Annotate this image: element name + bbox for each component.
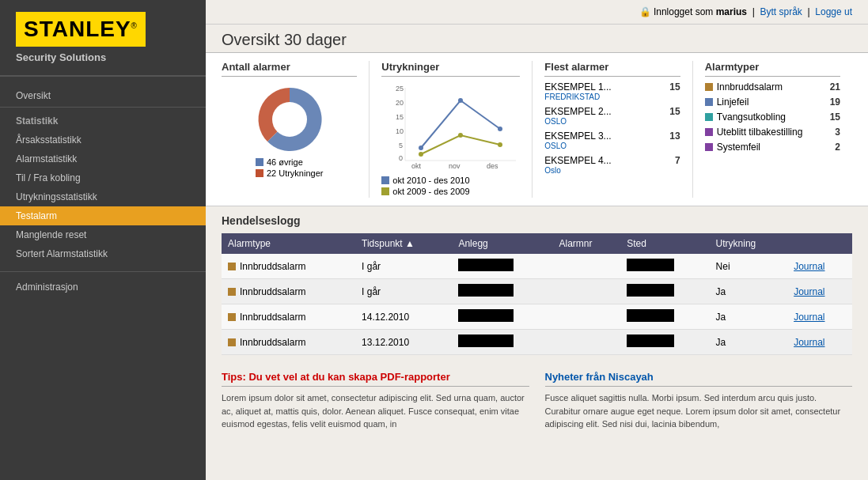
alarm-name-1: EKSEMPEL 1... FREDRIKSTAD <box>544 81 611 101</box>
sidebar-item-testalarm[interactable]: Testalarm <box>0 206 206 225</box>
alarmtype-item-5: Systemfeil 2 <box>705 142 840 153</box>
alarm-loc-3: OSLO <box>544 142 611 150</box>
tips-panel: Tips: Du vet vel at du kan skapa PDF-rap… <box>222 371 529 431</box>
sidebar-item-tilkobling[interactable]: Til / Fra kobling <box>0 168 206 187</box>
row1-alarmtype: Innbruddsalarm <box>222 254 355 279</box>
row3-journal-link[interactable]: Journal <box>794 312 824 323</box>
sidebar-item-oversikt[interactable]: Oversikt <box>0 85 206 107</box>
event-table-header-row: Alarmtype Tidspunkt ▲ Anlegg Alarmnr Ste… <box>222 233 852 254</box>
row3-sted <box>620 304 709 330</box>
row4-journal: Journal <box>787 330 852 355</box>
sidebar-item-manglende[interactable]: Manglende reset <box>0 225 206 244</box>
switch-lang-link[interactable]: Bytt språk <box>760 6 802 17</box>
table-row: Innbruddsalarm I går Ja Journal <box>222 279 852 304</box>
nyheter-title: Nyheter från Niscayah <box>545 371 853 387</box>
logout-link[interactable]: Logge ut <box>815 6 852 17</box>
line-chart: 25 20 15 10 5 0 okt nov des <box>381 81 520 168</box>
alarmtype-item-3: Tvangsutkobling 15 <box>705 111 840 123</box>
alarmtype-count-2: 19 <box>830 96 840 108</box>
col-journal <box>787 233 852 254</box>
alarm-loc-2: OSLO <box>544 117 611 126</box>
col-tidspunkt[interactable]: Tidspunkt ▲ <box>355 233 452 254</box>
row2-utrykning: Ja <box>710 279 788 304</box>
svg-point-16 <box>458 133 463 138</box>
row3-sted-block <box>627 309 674 322</box>
sidebar-item-sortert[interactable]: Sortert Alarmstatistikk <box>0 244 206 263</box>
alarmtype-label-2: Linjefeil <box>717 96 749 108</box>
svg-text:nov: nov <box>449 162 461 168</box>
row3-utrykning: Ja <box>710 304 788 330</box>
alarmtype-item-2: Linjefeil 19 <box>705 96 840 108</box>
alarm-loc-4: Oslo <box>544 166 611 175</box>
main-content: 🔒 Innlogget som marius | Bytt språk | Lo… <box>206 0 868 480</box>
alarmtype-dot-3 <box>705 113 713 121</box>
event-table-body: Innbruddsalarm I går Nei Journal Innbrud… <box>222 254 852 355</box>
col-alarmnr[interactable]: Alarmnr <box>553 233 621 254</box>
row4-type-dot <box>228 338 236 346</box>
alarmtype-label-4: Uteblitt tilbakestilling <box>717 127 803 138</box>
legend-item-utrykninger: 22 Utrykninger <box>256 168 324 178</box>
utrykninger-title: Utrykninger <box>381 61 520 77</box>
sidebar-item-alarm[interactable]: Alarmstatistikk <box>0 149 206 168</box>
alarmtype-dot-5 <box>705 143 713 151</box>
alarmtype-item-1: Innbruddsalarm 21 <box>705 81 840 93</box>
row2-alarmnr <box>553 279 621 304</box>
svg-text:15: 15 <box>396 113 404 121</box>
col-sted[interactable]: Sted <box>620 233 709 254</box>
tips-title: Tips: Du vet vel at du kan skapa PDF-rap… <box>222 371 529 387</box>
legend-item-2009: okt 2009 - des 2009 <box>381 187 520 196</box>
row4-type-label: Innbruddsalarm <box>240 337 305 348</box>
row3-alarmtype: Innbruddsalarm <box>222 304 355 330</box>
alarmtype-label-3: Tvangsutkobling <box>717 111 786 123</box>
donut-chart <box>246 81 333 153</box>
legend-item-2010: okt 2010 - des 2010 <box>381 176 520 185</box>
row3-type-dot <box>228 313 236 321</box>
event-table-header: Alarmtype Tidspunkt ▲ Anlegg Alarmnr Ste… <box>222 233 852 254</box>
sidebar-item-utryknings[interactable]: Utrykningsstatistikk <box>0 187 206 206</box>
alarmtype-count-4: 3 <box>835 127 840 138</box>
svg-point-12 <box>419 146 423 150</box>
row1-anlegg-block <box>458 259 514 271</box>
row4-anlegg <box>452 330 552 355</box>
alarmtype-dot-1 <box>705 83 713 91</box>
sidebar: STANLEY® Security Solutions Oversikt Sta… <box>0 0 206 480</box>
table-row: Innbruddsalarm I går Nei Journal <box>222 254 852 279</box>
row1-type-dot <box>228 263 236 270</box>
sidebar-item-arsak[interactable]: Årsaksstatistikk <box>0 130 206 149</box>
row1-sted-block <box>627 259 674 271</box>
alarm-name-text-4: EKSEMPEL 4... <box>544 155 611 166</box>
col-utrykning[interactable]: Utrykning <box>710 233 788 254</box>
username: marius <box>716 6 747 17</box>
row2-journal-link[interactable]: Journal <box>794 286 824 297</box>
logo-area: STANLEY® Security Solutions <box>0 0 206 76</box>
row2-tidspunkt: I går <box>355 279 452 304</box>
panel-antall-alarmer: Antall alarmer <box>222 61 370 198</box>
row4-anlegg-block <box>458 334 514 347</box>
row2-journal: Journal <box>787 279 852 304</box>
sidebar-nav: Oversikt Statistikk Årsaksstatistikk Ala… <box>0 77 206 306</box>
row1-alarmnr <box>553 254 621 279</box>
event-table: Alarmtype Tidspunkt ▲ Anlegg Alarmnr Ste… <box>222 233 852 355</box>
alarm-count-1: 15 <box>669 81 680 101</box>
alarmtype-count-5: 2 <box>835 142 840 153</box>
col-anlegg[interactable]: Anlegg <box>452 233 552 254</box>
svg-point-14 <box>498 127 502 131</box>
svg-text:20: 20 <box>396 99 404 107</box>
row4-sted-block <box>627 334 674 347</box>
alarm-name-2: EKSEMPEL 2... OSLO <box>544 106 611 126</box>
nyheter-panel: Nyheter från Niscayah Fusce aliquet sagi… <box>545 371 853 431</box>
legend-label-utrykninger: 22 Utrykninger <box>267 168 324 178</box>
col-alarmtype[interactable]: Alarmtype <box>222 233 355 254</box>
alarm-count-2: 15 <box>669 106 680 126</box>
bottom-row: Tips: Du vet vel at du kan skapa PDF-rap… <box>206 363 868 439</box>
logo-text: STANLEY <box>24 17 131 41</box>
svg-text:5: 5 <box>399 142 403 149</box>
table-row: Innbruddsalarm 14.12.2010 Ja Journal <box>222 304 852 330</box>
row4-journal-link[interactable]: Journal <box>794 337 824 348</box>
svg-text:10: 10 <box>396 127 404 135</box>
sidebar-divider-3 <box>0 271 206 272</box>
row1-journal-link[interactable]: Journal <box>794 261 824 272</box>
event-log-title: Hendelseslogg <box>222 214 852 227</box>
sidebar-item-admin[interactable]: Administrasjon <box>0 276 206 298</box>
row2-alarmtype: Innbruddsalarm <box>222 279 355 304</box>
